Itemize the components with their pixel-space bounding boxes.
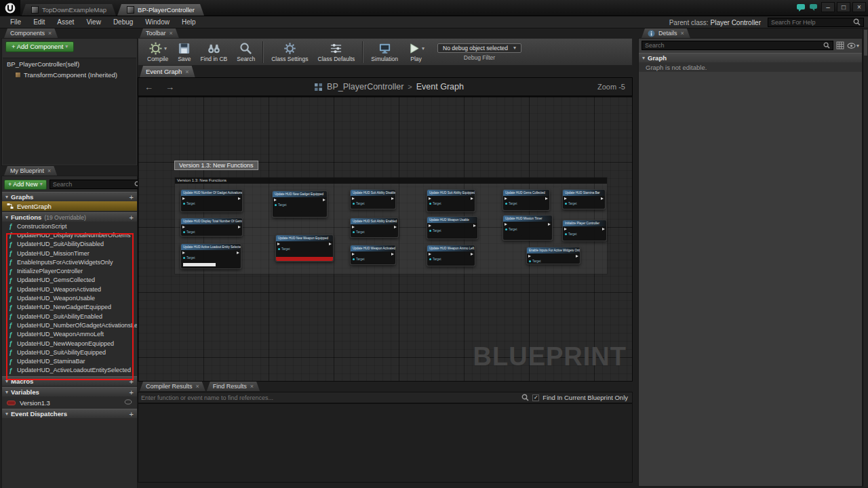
target-pin[interactable] [565,233,567,235]
find-in-cb-button[interactable]: Find in CB [196,39,233,65]
event-graph-tab[interactable]: Event Graph× [140,66,195,77]
exec-out-pin[interactable] [391,253,394,256]
add-macro-button[interactable]: + [130,378,134,386]
add-new-button[interactable]: + Add New ▾ [4,180,47,190]
exec-out-pin[interactable] [323,199,326,201]
exec-in-pin[interactable] [274,199,277,201]
event-dispatchers-section-header[interactable]: ▾ Event Dispatchers + [2,409,137,418]
exec-out-pin[interactable] [394,226,397,228]
menu-item[interactable]: Edit [27,16,51,28]
target-pin[interactable] [353,231,355,233]
exec-in-pin[interactable] [352,197,355,200]
add-function-button[interactable]: + [130,214,134,222]
blueprint-node[interactable]: Update HUD Mission Timer Target [502,215,553,241]
display-filter-button[interactable]: ▾ [847,43,859,49]
close-icon[interactable]: × [196,383,199,390]
target-pin[interactable] [429,258,431,260]
graph-section-header[interactable]: ▾ Graph [639,53,862,62]
breadcrumb-root[interactable]: BP_PlayerController [327,82,403,92]
function-item[interactable]: ƒ UpdateHUD_GemsCollected [2,276,137,285]
eventgraph-item[interactable]: EventGraph [2,201,137,211]
function-item[interactable]: ƒ UpdateHUD_WeaponUsable [2,293,137,302]
bottom-panel-tab[interactable]: Compiler Results × [140,382,205,391]
target-pin[interactable] [353,203,355,205]
community-bubble-icon[interactable] [809,3,818,12]
exec-in-pin[interactable] [505,223,507,226]
menu-item[interactable]: Window [139,16,176,28]
target-pin[interactable] [278,248,280,250]
scrollbar-thumb[interactable] [864,30,867,56]
bottom-panel-tab[interactable]: Find Results × [207,382,260,391]
find-references-input[interactable] [141,394,518,401]
blueprint-node[interactable]: Update HUD Display Total Number Of Gems … [180,218,243,237]
exec-in-pin[interactable] [505,197,507,200]
maximize-button[interactable]: □ [837,2,850,12]
exec-in-pin[interactable] [429,197,431,200]
blueprint-node[interactable]: Update HUD Gems Collected Target [502,189,550,211]
menu-item[interactable]: View [80,16,107,28]
function-item[interactable]: ƒ EnableInputsForActiveWidgetsOnly [2,258,137,266]
class-settings-button[interactable]: Class Settings [267,39,313,65]
close-icon[interactable]: × [47,167,51,174]
close-icon[interactable]: × [170,30,173,37]
blueprint-node[interactable]: Enable Inputs For Active Widgets Only Ta… [526,247,580,264]
save-button[interactable]: Save [173,39,195,65]
blueprint-node[interactable]: Update HUD Suit Ability Enabled Target [350,218,399,238]
feedback-bubble-icon[interactable] [796,3,806,12]
exec-out-pin[interactable] [238,197,241,200]
breadcrumb-current[interactable]: Event Graph [416,82,464,92]
blueprint-node[interactable]: Update HUD New Gadget Equipped Target [272,190,328,218]
component-item[interactable]: BP_PlayerController(self) [3,58,136,69]
find-scope-checkbox[interactable]: ✓ [532,394,539,401]
compile-button[interactable]: ▾ Compile [142,39,173,65]
add-component-button[interactable]: + Add Component ▾ [5,41,74,52]
variable-item[interactable]: Version1.3 [2,398,137,407]
exec-in-pin[interactable] [277,243,280,245]
document-tab[interactable]: TopDownExampleMap [22,4,116,16]
search-button[interactable]: Search [232,39,260,65]
blueprint-node[interactable]: Update HUD Number Of Gadget Activations … [180,189,243,212]
details-tab[interactable]: Details × [642,28,690,38]
exec-in-pin[interactable] [182,251,185,254]
my-blueprint-search-input[interactable] [53,181,132,188]
component-item[interactable]: TransformComponent (Inherited) [3,69,136,80]
target-pin[interactable] [183,257,185,259]
function-item[interactable]: ƒ UpdateHUD_SuitAbilityEquipped [2,348,137,357]
blueprint-node[interactable]: Update HUD Weapon Usable Target [427,216,478,239]
function-item[interactable]: ƒ UpdateHUD_MissionTimer [2,249,137,258]
exec-out-pin[interactable] [238,226,241,228]
blueprint-node[interactable]: Update HUD Weapon Activated Target [350,245,396,265]
exec-in-pin[interactable] [182,197,185,200]
target-pin[interactable] [565,203,567,205]
add-variable-button[interactable]: + [130,388,134,396]
components-tab[interactable]: Components× [4,28,58,38]
function-item[interactable]: ƒ UpdateHUD_NumberOfGadgetActivationsLe [2,321,137,329]
construction-script-item[interactable]: ƒ ConstructionScript [2,222,137,230]
target-pin[interactable] [505,203,507,205]
blueprint-node[interactable]: Update HUD Weapon Ammo Left Target [427,245,475,266]
blueprint-node[interactable]: Update HUD Active Loadout Entity Selecte… [180,243,241,269]
document-tab[interactable]: BP-PlayerController [117,4,204,16]
function-item[interactable]: ƒ UpdateHUD_SuitAbilityDisabled [2,240,137,249]
exec-out-pin[interactable] [545,197,548,200]
blueprint-node[interactable]: Update HUD New Weapon Equipped Target [275,235,334,262]
help-search-input[interactable] [771,19,851,26]
exec-in-pin[interactable] [429,224,431,227]
close-icon[interactable]: × [250,383,254,390]
target-pin[interactable] [529,260,531,262]
exec-out-pin[interactable] [602,228,605,230]
right-scrollbar[interactable] [863,28,868,487]
debug-object-dropdown[interactable]: No debug object selected ▾ [437,43,521,53]
variable-visibility-icon[interactable] [124,399,132,406]
class-defaults-button[interactable]: Class Defaults [313,39,360,65]
function-item[interactable]: ƒ UpdateHUD_DisplayTotalNumberOfGems [2,230,137,239]
function-item[interactable]: ƒ UpdateHUD_WeaponActivated [2,285,137,293]
exec-out-pin[interactable] [391,197,394,200]
property-matrix-button[interactable] [836,41,844,49]
add-event-dispatcher-button[interactable]: + [130,410,134,418]
target-pin[interactable] [429,203,431,205]
menu-item[interactable]: Help [176,16,202,28]
exec-out-pin[interactable] [601,197,604,200]
target-pin[interactable] [353,258,355,260]
exec-in-pin[interactable] [528,255,531,258]
